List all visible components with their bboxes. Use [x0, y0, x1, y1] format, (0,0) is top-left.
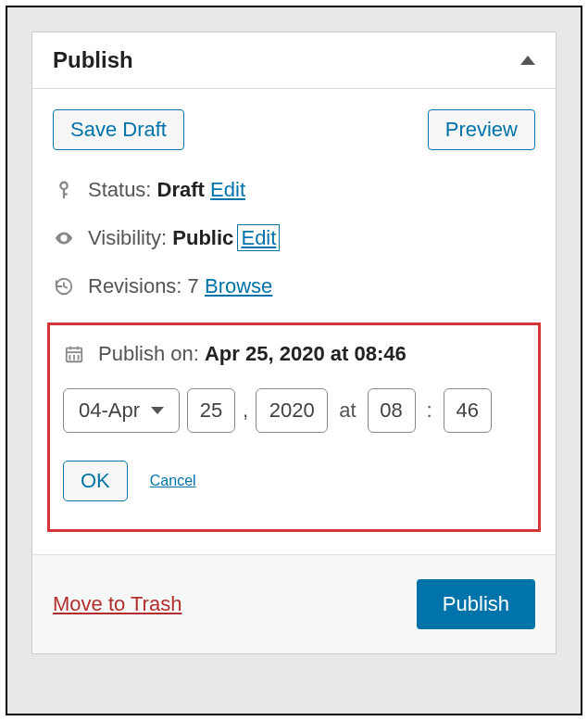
month-value: 04-Apr [79, 398, 140, 423]
save-draft-button[interactable]: Save Draft [53, 109, 184, 150]
revisions-row: Revisions: 7 Browse [53, 274, 535, 298]
revisions-value: 7 [188, 274, 199, 297]
panel-header[interactable]: Publish [32, 32, 556, 89]
preview-button[interactable]: Preview [428, 109, 535, 150]
status-row: Status: Draft Edit [53, 178, 535, 202]
hour-input[interactable]: 08 [368, 388, 416, 433]
day-input[interactable]: 25 [187, 388, 235, 433]
visibility-edit-link[interactable]: Edit [239, 226, 278, 249]
panel-body: Save Draft Preview Status: Draft Edit [32, 89, 556, 532]
time-colon: : [423, 398, 436, 423]
year-input[interactable]: 2020 [256, 388, 328, 433]
schedule-label: Publish on: [98, 342, 199, 365]
svg-point-3 [62, 236, 66, 240]
schedule-display: Apr 25, 2020 at 08:46 [205, 342, 407, 365]
month-select[interactable]: 04-Apr [63, 388, 180, 433]
move-to-trash-link[interactable]: Move to Trash [53, 592, 181, 616]
history-icon [53, 276, 75, 297]
ok-button[interactable]: OK [63, 461, 128, 501]
page-wrapper: Publish Save Draft Preview Status: Draft… [6, 6, 582, 715]
schedule-actions: OK Cancel [63, 461, 525, 501]
status-value: Draft [157, 178, 205, 201]
visibility-label: Visibility: [88, 226, 167, 249]
collapse-icon[interactable] [520, 56, 535, 65]
top-actions: Save Draft Preview [53, 109, 535, 150]
cancel-link[interactable]: Cancel [150, 473, 196, 489]
date-inputs: 04-Apr 25 , 2020 at 08 : 46 [63, 388, 525, 433]
svg-point-0 [60, 183, 67, 189]
schedule-display-row: Publish on: Apr 25, 2020 at 08:46 [63, 342, 525, 366]
at-label: at [335, 398, 359, 423]
publish-panel: Publish Save Draft Preview Status: Draft… [31, 32, 557, 654]
revisions-browse-link[interactable]: Browse [205, 274, 272, 297]
panel-footer: Move to Trash Publish [32, 554, 556, 653]
revisions-label: Revisions: [88, 274, 181, 297]
key-icon [53, 180, 75, 200]
schedule-section: Publish on: Apr 25, 2020 at 08:46 04-Apr… [47, 323, 541, 532]
panel-title: Publish [53, 47, 133, 73]
chevron-down-icon [151, 407, 164, 414]
comma-sep: , [243, 398, 248, 423]
status-edit-link[interactable]: Edit [210, 178, 245, 201]
calendar-icon [63, 344, 85, 364]
publish-button[interactable]: Publish [417, 579, 535, 629]
status-label: Status: [88, 178, 151, 201]
visibility-value: Public [172, 226, 233, 249]
visibility-row: Visibility: Public Edit [53, 226, 535, 250]
minute-input[interactable]: 46 [444, 388, 492, 433]
eye-icon [53, 228, 75, 248]
